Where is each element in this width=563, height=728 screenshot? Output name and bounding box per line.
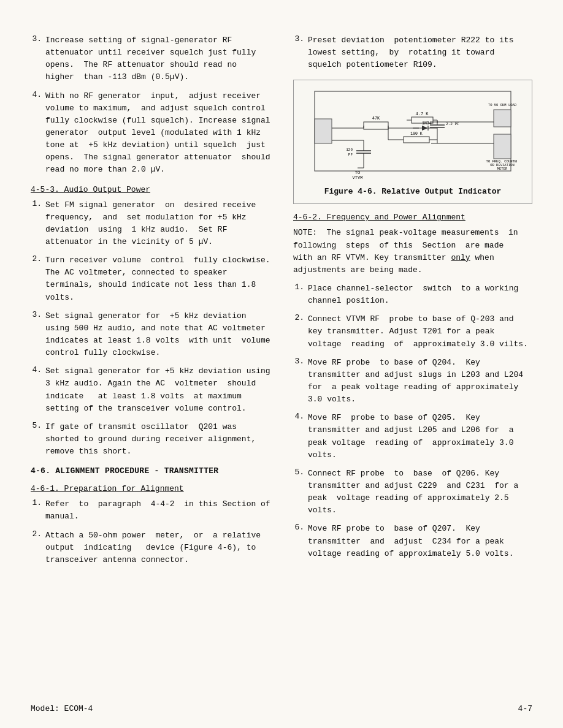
list-item: 3. Move RF probe to base of Q204. Key tr… (293, 357, 532, 406)
item-text: Set signal generator for +5 kHz deviatio… (45, 365, 275, 415)
svg-text:4.7 K: 4.7 K (415, 112, 429, 116)
svg-text:PF: PF (348, 153, 353, 157)
svg-text:2.2 PF: 2.2 PF (446, 122, 459, 126)
page: 3. Increase setting of signal-generator … (0, 0, 563, 728)
svg-rect-12 (364, 122, 388, 129)
svg-rect-3 (494, 134, 511, 159)
item-number: 4. (31, 365, 42, 415)
left-column: 3. Increase setting of signal-generator … (31, 34, 275, 572)
item-number: 5. (31, 421, 42, 458)
list-item: 4. Set signal generator for +5 kHz devia… (31, 365, 275, 415)
list-item: 5. If gate of transmit oscillator Q201 w… (31, 421, 275, 458)
item-text: With no RF generator input, adjust recei… (45, 90, 275, 176)
item-number: 2. (31, 254, 42, 304)
list-item: 4. With no RF generator input, adjust re… (31, 90, 275, 176)
svg-rect-38 (404, 137, 429, 143)
item-number: 1. (293, 282, 304, 307)
list-item: 6. Move RF probe to base of Q207. Key tr… (293, 523, 532, 559)
svg-text:47K: 47K (372, 116, 380, 121)
svg-marker-29 (422, 126, 428, 131)
item-number: 2. (31, 529, 42, 566)
list-item: 5. Connect RF probe to base of Q206. Key… (293, 468, 532, 517)
list-item: 1. Place channel-selector switch to a wo… (293, 282, 532, 307)
item-number: 4. (31, 90, 42, 176)
circuit-svg: TO 50 OHM LOAD TO FREQ. COUNTER OR DEVIA… (308, 85, 517, 183)
item-text: Set signal generator for +5 kHz deviatio… (45, 310, 275, 360)
item-text: Turn receiver volume control fully clock… (45, 254, 275, 304)
svg-text:VTVM: VTVM (353, 175, 363, 180)
figure-46: TO 50 OHM LOAD TO FREQ. COUNTER OR DEVIA… (293, 80, 532, 204)
section-462-heading: 4-6-2. Frequency and Power Alignment (293, 213, 532, 222)
item-text: Move RF probe to base of Q204. Key trans… (308, 357, 532, 406)
svg-rect-0 (315, 91, 511, 171)
list-item: 3. Preset deviation potentiometer R222 t… (293, 34, 532, 71)
item-number: 5. (293, 468, 304, 517)
item-text: Refer to paragraph 4-4-2 in this Section… (45, 498, 275, 523)
list-item: 3. Set signal generator for +5 kHz devia… (31, 310, 275, 360)
item-text: Move RF probe to base of Q205. Key trans… (308, 412, 532, 461)
page-header (31, 18, 532, 28)
item-text: Move RF probe to base of Q207. Key trans… (308, 523, 532, 559)
figure-diagram: TO 50 OHM LOAD TO FREQ. COUNTER OR DEVIA… (299, 85, 527, 183)
item-text: Set FM signal generator on desired recei… (45, 199, 275, 249)
item-text: Place channel-selector switch to a worki… (308, 282, 532, 307)
section-46-heading: 4-6. ALIGNMENT PROCEDURE - TRANSMITTER (31, 466, 275, 476)
item-text: Preset deviation potentiometer R222 to i… (308, 34, 532, 71)
two-column-layout: 3. Increase setting of signal-generator … (31, 34, 532, 572)
list-item: 4. Move RF probe to base of Q205. Key tr… (293, 412, 532, 461)
item-text: Connect VTVM RF probe to base of Q-203 a… (308, 313, 532, 350)
svg-rect-2 (494, 110, 511, 127)
list-item: 2. Attach a 50-ohm power meter, or a rel… (31, 529, 275, 566)
item-number: 3. (293, 357, 304, 406)
list-item: 2. Connect VTVM RF probe to base of Q-20… (293, 313, 532, 350)
list-item: 1. Refer to paragraph 4-4-2 in this Sect… (31, 498, 275, 523)
svg-text:TO 50 OHM LOAD: TO 50 OHM LOAD (488, 103, 517, 107)
item-text: If gate of transmit oscillator Q201 was … (45, 421, 275, 458)
footer-model: Model: ECOM-4 (31, 704, 93, 713)
list-item: 2. Turn receiver volume control fully cl… (31, 254, 275, 304)
section-453-heading: 4-5-3. Audio Output Power (31, 185, 275, 194)
item-text: Increase setting of signal-generator RF … (45, 34, 275, 84)
item-number: 2. (293, 313, 304, 350)
svg-text:METER: METER (497, 167, 508, 171)
page-footer: Model: ECOM-4 4-7 (31, 704, 532, 713)
list-item: 3. Increase setting of signal-generator … (31, 34, 275, 84)
item-text: Attach a 50-ohm power meter, or a relati… (45, 529, 275, 566)
item-number: 3. (31, 34, 42, 84)
item-number: 1. (31, 199, 42, 249)
item-number: 4. (293, 412, 304, 461)
svg-text:TO: TO (355, 170, 360, 175)
svg-text:100 K: 100 K (410, 132, 423, 136)
item-number: 3. (293, 34, 304, 71)
item-number: 3. (31, 310, 42, 360)
right-column: 3. Preset deviation potentiometer R222 t… (293, 34, 532, 572)
section-461-heading: 4-6-1. Preparation for Alignment (31, 484, 275, 493)
item-number: 1. (31, 498, 42, 523)
item-text: Connect RF probe to base of Q206. Key tr… (308, 468, 532, 517)
list-item: 1. Set FM signal generator on desired re… (31, 199, 275, 249)
item-number: 6. (293, 523, 304, 559)
figure-caption: Figure 4-6. Relative Output Indicator (299, 187, 527, 196)
svg-text:120: 120 (346, 148, 353, 152)
svg-rect-1 (315, 119, 332, 143)
note-block: NOTE: The signal peak-voltage measuremen… (293, 227, 532, 276)
footer-page: 4-7 (518, 704, 532, 713)
